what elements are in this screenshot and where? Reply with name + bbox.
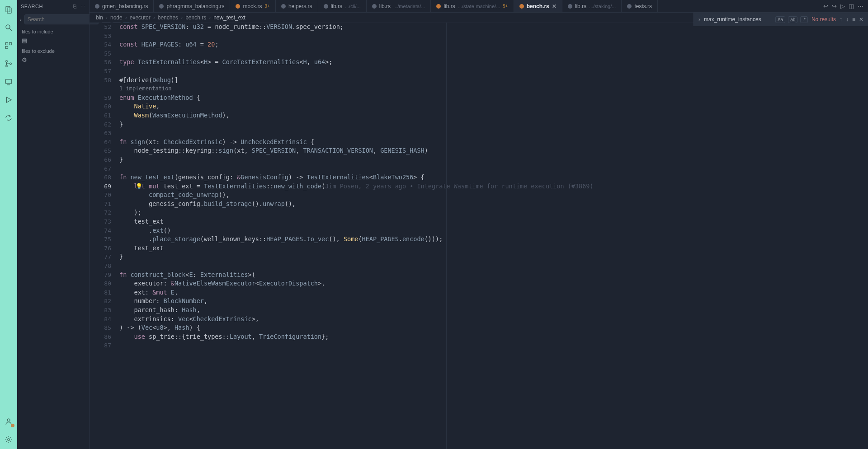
- search-input[interactable]: [24, 14, 99, 24]
- run-icon[interactable]: ▷: [840, 3, 845, 9]
- editor-tab[interactable]: lib.rs .../metadata/...: [367, 0, 431, 12]
- code-line[interactable]: Wasm(WasmExecutionMethod),: [119, 111, 814, 120]
- find-input[interactable]: [704, 16, 772, 23]
- tab-label: lib.rs: [379, 3, 391, 9]
- code-line[interactable]: [119, 262, 814, 271]
- minimap[interactable]: [814, 23, 868, 449]
- code-line[interactable]: [119, 67, 814, 76]
- code-line[interactable]: }: [119, 253, 814, 262]
- code-content[interactable]: const SPEC_VERSION: u32 = node_runtime::…: [116, 23, 814, 449]
- more-icon[interactable]: ⋯: [80, 4, 86, 9]
- breadcrumb-segment[interactable]: benches: [158, 14, 178, 21]
- code-line[interactable]: ) -> (Vec<u8>, Hash) {: [119, 323, 814, 332]
- code-line[interactable]: node_testing::keyring::sign(xt, SPEC_VER…: [119, 146, 814, 155]
- new-search-editor-icon[interactable]: ⎘: [73, 4, 77, 9]
- code-line[interactable]: 1 implementation: [119, 84, 814, 94]
- close-icon[interactable]: ✕: [552, 3, 557, 9]
- code-line[interactable]: [119, 49, 814, 58]
- editor-tab[interactable]: lib.rs .../cli/...: [318, 0, 367, 12]
- find-in-selection-icon[interactable]: ≡: [852, 16, 855, 23]
- breadcrumb-segment[interactable]: executor: [130, 14, 151, 21]
- editor-tab[interactable]: lib.rs .../state-machine/... 9+: [431, 0, 514, 12]
- editor-tab[interactable]: lib.rs .../staking/...: [562, 0, 622, 12]
- code-line[interactable]: test_ext: [119, 217, 814, 226]
- tab-label: mock.rs: [243, 3, 262, 9]
- breadcrumb-separator: ›: [153, 14, 155, 21]
- code-line[interactable]: extrinsics: Vec<CheckedExtrinsic>,: [119, 315, 814, 324]
- match-case-toggle[interactable]: Aa: [775, 16, 785, 23]
- code-editor[interactable]: 5253545556575859606162636465666768697071…: [90, 23, 814, 449]
- chevron-right-icon[interactable]: ›: [698, 16, 700, 23]
- code-line[interactable]: number: BlockNumber,: [119, 297, 814, 306]
- code-line[interactable]: fn new_test_ext(genesis_config: &Genesis…: [119, 173, 814, 182]
- share-icon[interactable]: [4, 113, 14, 123]
- regex-toggle[interactable]: .*: [800, 16, 808, 23]
- settings-gear-icon[interactable]: [4, 435, 14, 444]
- code-line[interactable]: compact_code_unwrap(),: [119, 191, 814, 200]
- use-exclude-settings-icon[interactable]: ⚙: [22, 56, 27, 63]
- svg-point-9: [10, 63, 12, 65]
- code-line[interactable]: );: [119, 208, 814, 217]
- code-line[interactable]: enum ExecutionMethod {: [119, 94, 814, 103]
- lightbulb-icon[interactable]: 💡: [136, 182, 142, 191]
- files-include-label: files to include: [17, 26, 89, 35]
- go-back-icon[interactable]: ↩: [823, 3, 828, 9]
- code-line[interactable]: [119, 32, 814, 41]
- find-next-icon[interactable]: ↓: [846, 16, 849, 23]
- code-line[interactable]: .place_storage(well_known_keys::HEAP_PAG…: [119, 235, 814, 244]
- code-line[interactable]: fn sign(xt: CheckedExtrinsic) -> Uncheck…: [119, 138, 814, 147]
- open-editors-filter-icon[interactable]: ▤: [22, 37, 27, 44]
- find-prev-icon[interactable]: ↑: [840, 16, 842, 23]
- code-line[interactable]: .ext(): [119, 226, 814, 235]
- code-line[interactable]: const HEAP_PAGES: u64 = 20;: [119, 40, 814, 49]
- account-icon[interactable]: [4, 416, 14, 426]
- remote-icon[interactable]: [4, 77, 14, 87]
- code-line[interactable]: parent_hash: Hash,: [119, 306, 814, 315]
- svg-rect-5: [9, 42, 12, 45]
- source-control-icon[interactable]: [4, 59, 14, 69]
- editor-tab[interactable]: bench.rs ✕: [514, 0, 562, 12]
- code-line[interactable]: Native,: [119, 102, 814, 111]
- code-line[interactable]: #[derive(Debug)]: [119, 76, 814, 85]
- whole-word-toggle[interactable]: ab: [788, 16, 797, 23]
- breadcrumb-segment[interactable]: bin: [96, 14, 103, 21]
- run-debug-icon[interactable]: [4, 95, 14, 105]
- code-line[interactable]: 💡 let mut test_ext = TestExternalities::…: [119, 182, 814, 191]
- code-line[interactable]: use sp_trie::{trie_types::Layout, TrieCo…: [119, 332, 814, 341]
- search-icon[interactable]: [4, 23, 14, 33]
- editor-tab[interactable]: mock.rs 9+: [230, 0, 275, 12]
- breadcrumb-segment[interactable]: node: [110, 14, 123, 21]
- chevron-right-icon[interactable]: ›: [20, 17, 22, 22]
- file-icon: [519, 4, 524, 9]
- file-icon: [95, 4, 99, 9]
- editor-tab[interactable]: gmen_balancing.rs: [90, 0, 154, 12]
- code-line[interactable]: [119, 341, 814, 350]
- file-icon: [236, 4, 240, 9]
- code-line[interactable]: ext: &mut E,: [119, 288, 814, 297]
- code-line[interactable]: [119, 164, 814, 173]
- go-forward-icon[interactable]: ↪: [832, 3, 837, 9]
- find-result-count: No results: [811, 16, 836, 23]
- close-icon[interactable]: ✕: [859, 16, 863, 23]
- code-line[interactable]: }: [119, 155, 814, 164]
- split-editor-icon[interactable]: ◫: [849, 3, 854, 9]
- search-panel-title: SEARCH: [21, 4, 43, 9]
- code-line[interactable]: fn construct_block<E: Externalities>(: [119, 271, 814, 280]
- code-line[interactable]: executor: &NativeElseWasmExecutor<Execut…: [119, 279, 814, 288]
- file-icon: [324, 4, 328, 9]
- code-line[interactable]: [119, 129, 814, 138]
- explorer-icon[interactable]: [4, 5, 14, 14]
- code-lens[interactable]: 1 implementation: [119, 84, 172, 94]
- code-line[interactable]: type TestExternalities<H> = CoreTestExte…: [119, 58, 814, 67]
- editor-tab[interactable]: helpers.rs: [276, 0, 318, 12]
- breadcrumb-segment[interactable]: bench.rs: [185, 14, 206, 21]
- editor-tab[interactable]: phragmms_balancing.rs: [154, 0, 230, 12]
- code-line[interactable]: genesis_config.build_storage().unwrap(),: [119, 200, 814, 209]
- code-line[interactable]: }: [119, 120, 814, 129]
- extensions-icon[interactable]: [4, 41, 14, 51]
- tab-path-hint: .../state-machine/...: [458, 4, 500, 9]
- breadcrumb-segment[interactable]: new_test_ext: [213, 14, 245, 21]
- more-icon[interactable]: ⋯: [858, 3, 863, 9]
- code-line[interactable]: test_ext: [119, 244, 814, 253]
- editor-tab[interactable]: tests.rs: [622, 0, 658, 12]
